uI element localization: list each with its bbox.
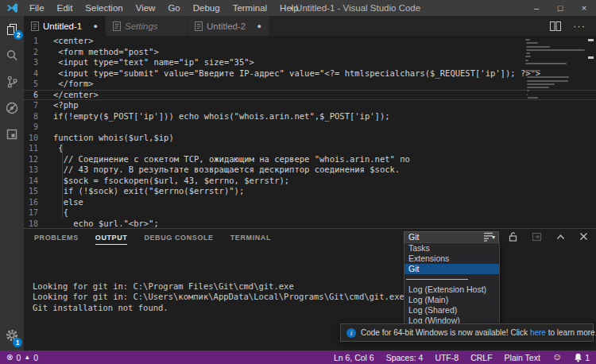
panel-tab[interactable]: DEBUG CONSOLE	[144, 234, 213, 245]
code-line[interactable]: 10 function whois($url,$ip)	[24, 133, 596, 144]
menu-item[interactable]: File	[23, 0, 51, 16]
panel-actions	[483, 231, 588, 242]
code-line[interactable]: 7 <?php	[24, 100, 596, 111]
code-line[interactable]: 18 echo $url."<br>";	[24, 219, 596, 229]
file-icon	[31, 21, 39, 31]
code-line[interactable]: 6 </center>	[24, 90, 596, 101]
scroll-lock-icon[interactable]	[508, 231, 518, 242]
dropdown-item[interactable]: Log (Main)	[404, 295, 499, 305]
code-line[interactable]: 2 <form method="post">	[24, 47, 596, 58]
maximize-panel-icon[interactable]	[555, 232, 566, 242]
open-log-file-icon[interactable]	[532, 231, 542, 242]
close-button[interactable]: ×	[572, 0, 596, 16]
minimap[interactable]	[525, 39, 587, 100]
notifications-bell[interactable]: 1	[574, 353, 590, 362]
code-lines: 1 <center> 2 <form method="post"> 3 <inp…	[24, 36, 596, 228]
output-log: Looking for git in: C:\Program Files\Git…	[33, 249, 404, 313]
output-line: Git installation not found.	[33, 303, 404, 314]
line-text: </center>	[38, 90, 99, 101]
code-line[interactable]: 15 if (!$sock) exit("$errno($errstr)");	[24, 186, 596, 197]
panel-tab[interactable]: TERMINAL	[230, 234, 271, 245]
maximize-button[interactable]: □	[548, 0, 572, 16]
line-text	[38, 122, 53, 133]
split-editor-icon[interactable]	[550, 21, 561, 31]
dirty-indicator[interactable]: ●	[257, 22, 261, 30]
source-control-icon[interactable]	[0, 68, 24, 95]
language-mode[interactable]: Plain Text	[505, 353, 540, 362]
eol-sequence[interactable]: CRLF	[470, 353, 492, 362]
search-icon[interactable]	[0, 42, 24, 68]
code-line[interactable]: 8 if(!empty($_POST['ip'])) echo whois("w…	[24, 111, 596, 122]
code-editor[interactable]: 1 <center> 2 <form method="post"> 3 <inp…	[24, 36, 596, 228]
notification-text: Code for 64-bit Windows is now available…	[361, 328, 530, 337]
line-number: 16	[24, 197, 38, 208]
dropdown-item[interactable]: Extensions	[404, 254, 499, 264]
line-text: if (!$sock) exit("$errno($errstr)");	[38, 186, 244, 197]
notification-toast[interactable]: i Code for 64-bit Windows is now availab…	[340, 323, 594, 342]
window-controls: – □ ×	[524, 0, 596, 16]
menu-item[interactable]: View	[130, 0, 162, 16]
line-number: 15	[24, 186, 38, 197]
notification-link[interactable]: here	[530, 328, 546, 337]
code-line[interactable]: 12 // Соединение с сокетом TCP, ожидающи…	[24, 154, 596, 165]
vscode-window: FileEditSelectionViewGoDebugTerminalHelp…	[0, 0, 596, 364]
menu-item[interactable]: Selection	[79, 0, 129, 16]
dropdown-item[interactable]: Git	[404, 264, 499, 274]
menu-item[interactable]: Debug	[187, 0, 226, 16]
explorer-icon[interactable]: 2	[0, 16, 24, 42]
menu-bar: FileEditSelectionViewGoDebugTerminalHelp	[23, 0, 305, 16]
cursor-position[interactable]: Ln 6, Col 6	[334, 353, 374, 362]
code-line[interactable]: 1 <center>	[24, 36, 596, 47]
dropdown-item[interactable]: Log (Shared)	[404, 305, 499, 316]
editor-tab[interactable]: Settings ●	[106, 16, 188, 36]
info-icon: i	[346, 328, 356, 338]
output-line: Looking for git in: C:\Users\компик\AppD…	[33, 292, 404, 303]
dropdown-item[interactable]	[404, 274, 499, 285]
code-line[interactable]: 9	[24, 122, 596, 133]
line-number: 5	[24, 79, 38, 90]
menu-item[interactable]: Terminal	[226, 0, 273, 16]
editor-tab[interactable]: Untitled-2 ●	[188, 16, 269, 36]
code-line[interactable]: 3 <input type="text" name="ip" size="35"…	[24, 57, 596, 68]
line-number: 1	[24, 36, 38, 47]
dropdown-item[interactable]: Log (Extension Host)	[404, 285, 499, 295]
channel-dropdown-list: Tasks Extensions Git Log (Extension Host…	[404, 242, 500, 327]
file-icon	[195, 21, 203, 31]
menu-item[interactable]: Go	[161, 0, 186, 16]
code-line[interactable]: 4 <input type="submit" value="Введите IP…	[24, 68, 596, 79]
code-line[interactable]: 13 // 43 порту. В результате возвращаетс…	[24, 165, 596, 176]
encoding[interactable]: UTF-8	[435, 353, 459, 362]
warning-count: 0	[33, 353, 38, 362]
menu-item[interactable]: Edit	[51, 0, 79, 16]
extensions-icon[interactable]	[0, 121, 24, 147]
settings-gear-icon[interactable]: 1	[0, 325, 24, 346]
line-text: {	[38, 143, 64, 154]
tab-label: Settings	[125, 21, 158, 31]
close-panel-icon[interactable]	[579, 232, 588, 241]
clear-output-icon[interactable]	[483, 231, 494, 242]
indentation[interactable]: Spaces: 4	[386, 353, 424, 362]
code-line[interactable]: 17 {	[24, 207, 596, 219]
code-line[interactable]: 16 else	[24, 197, 596, 208]
problems-status[interactable]: ⊗ 0 ▲ 0	[6, 350, 38, 364]
panel-tab[interactable]: OUTPUT	[95, 234, 128, 245]
debug-icon[interactable]	[0, 95, 24, 121]
line-number: 18	[24, 219, 38, 229]
line-number: 11	[24, 143, 38, 154]
code-line[interactable]: 11 {	[24, 143, 596, 154]
status-bar: ⊗ 0 ▲ 0 Ln 6, Col 6 Spaces: 4 UTF-8 CRLF…	[0, 350, 596, 364]
dirty-indicator[interactable]: ●	[94, 22, 98, 30]
line-text: $sock = fsockopen($url, 43, $errno, $err…	[38, 176, 289, 187]
editor-tab-bar: Untitled-1 ● Settings ●	[24, 16, 596, 36]
more-actions-icon[interactable]: ···	[573, 22, 586, 30]
window-title: • Untitled-1 - Visual Studio Code	[290, 0, 420, 16]
file-icon	[113, 21, 121, 31]
editor-tab[interactable]: Untitled-1 ●	[24, 16, 106, 36]
code-line[interactable]: 5 </form>	[24, 79, 596, 90]
panel-tab[interactable]: PROBLEMS	[34, 234, 79, 245]
code-line[interactable]: 14 $sock = fsockopen($url, 43, $errno, $…	[24, 176, 596, 187]
dropdown-item[interactable]: Tasks	[404, 243, 499, 254]
feedback-smiley-icon[interactable]: ☺	[552, 350, 562, 364]
line-number: 3	[24, 57, 38, 68]
minimize-button[interactable]: –	[524, 0, 548, 16]
